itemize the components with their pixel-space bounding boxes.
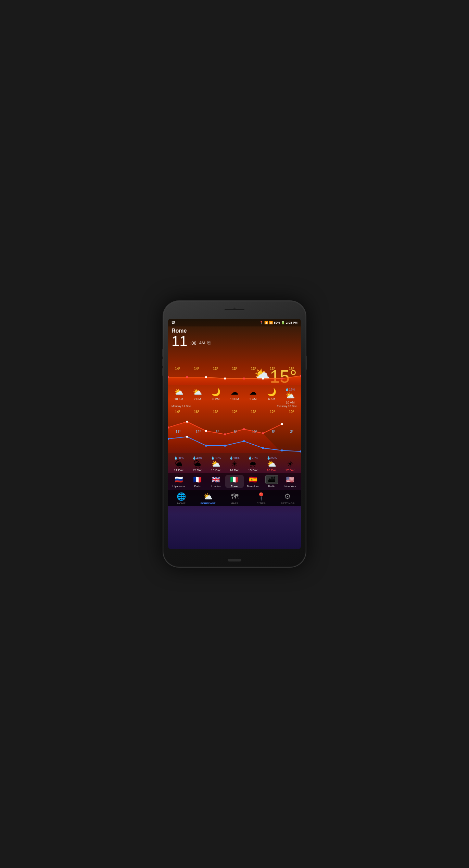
hourly-cell-4: ☁ 2 AM [244, 388, 262, 404]
hourly-icon-1: ⛅ [193, 388, 202, 397]
precipitation-row: 💧50% 🌦 11 Dec 💧40% 🌦 12 Dec 💧55% ⛅ 13 De… [168, 454, 301, 473]
svg-point-7 [281, 377, 283, 380]
hourly-icons-row: ⛅ 10 AM ⛅ 2 PM 🌙 6 PM ☁ 10 PM ☁ 2 AM [168, 386, 301, 404]
svg-point-11 [186, 421, 188, 423]
precip-cell-1: 💧40% 🌦 12 Dec [188, 456, 206, 472]
hourly-temp-2: 13° [213, 367, 218, 371]
svg-point-5 [243, 377, 245, 380]
day-labels: Monday 11 Dec. Tuesday 12 Dec. [168, 404, 301, 408]
hourly-temp-5: 13° [270, 367, 275, 371]
nav-home[interactable]: 🌐 HOME [169, 492, 193, 505]
home-button[interactable] [228, 559, 241, 561]
city-barcelona[interactable]: 🇪🇸 Barcelona [244, 475, 262, 488]
precip-icon-1: 🌦 [193, 460, 201, 469]
precip-icon-3: ☀ [231, 460, 238, 469]
precip-pct-0: 💧50% [174, 456, 184, 460]
current-ampm: AM [199, 341, 205, 345]
city-label-new-york: New York [284, 485, 296, 488]
precip-pct-5: 💧35% [267, 456, 277, 460]
hourly-time-1: 2 PM [194, 397, 201, 401]
precip-cell-4: 💧75% 🌧 15 Dec [244, 456, 262, 472]
svg-point-13 [224, 433, 226, 435]
city-new-york[interactable]: 🇺🇸 New York [281, 475, 300, 488]
hourly-time-2: 6 PM [212, 397, 219, 401]
svg-point-23 [281, 449, 283, 451]
city-label-rome: Rome [231, 485, 238, 488]
precip-date-0: 11 Dec [174, 469, 184, 472]
flag-berlin: 🏙 [265, 475, 278, 484]
power-button [306, 356, 307, 370]
nav-cities[interactable]: 📍 CITIES [249, 492, 273, 505]
precip-pct-4: 💧75% [248, 456, 258, 460]
precip-icon-6: ☀ [287, 460, 294, 469]
city-label-paris: Paris [194, 485, 200, 488]
daily-forecast-chart: 14° 16° 13° 12° 13° 12° 10° 11° 12° 6° 6… [168, 409, 301, 453]
city-label-berlin: Berlin [268, 485, 275, 488]
header: Rome 11 :08 AM ⎘ [168, 326, 301, 349]
svg-point-18 [186, 436, 188, 438]
hourly-icon-6: ⛅ [286, 391, 295, 400]
screen-content: 🖼 📍 📶 📶 89% 🔋 2:08 PM Rome 11 :08 AM [168, 319, 301, 549]
hourly-icon-0: ⛅ [174, 388, 183, 397]
location-icon: 📍 [259, 321, 263, 324]
city-rome[interactable]: 🇮🇹 Rome [225, 475, 244, 488]
hourly-cell-5: 🌙 6 AM [262, 388, 281, 404]
hourly-temp-4: 13° [251, 367, 256, 371]
home-icon: 🌐 [177, 492, 186, 501]
city-berlin[interactable]: 🏙 Berlin [263, 475, 281, 488]
nav-settings[interactable]: ⚙ SETTINGS [276, 492, 300, 505]
hourly-cell-2: 🌙 6 PM [207, 388, 225, 404]
status-right: 📍 📶 📶 89% 🔋 2:08 PM [259, 321, 297, 324]
svg-point-20 [224, 445, 226, 447]
hourly-icon-3: ☁ [231, 388, 238, 397]
status-time: 2:08 PM [286, 321, 297, 324]
precip-date-3: 14 Dec [230, 469, 240, 472]
image-icon: 🖼 [172, 321, 175, 324]
status-left: 🖼 [172, 321, 175, 324]
status-bar: 🖼 📍 📶 📶 89% 🔋 2:08 PM [168, 319, 301, 326]
battery-icon: 🔋 [281, 321, 285, 324]
forecast-icon: ⛅ [203, 492, 213, 501]
hourly-icon-4: ☁ [249, 388, 257, 397]
precip-date-4: 15 Dec [248, 469, 258, 472]
precip-pct-2: 💧55% [211, 456, 221, 460]
hourly-time-4: 2 AM [250, 397, 257, 401]
hourly-icon-2: 🌙 [211, 388, 220, 397]
svg-point-21 [243, 440, 245, 442]
precip-pct-6 [290, 456, 291, 460]
speaker [224, 309, 245, 311]
precip-pct-1: 💧40% [192, 456, 202, 460]
nav-maps[interactable]: 🗺 MAPS [223, 492, 246, 505]
time-row: 11 :08 AM ⎘ [172, 334, 297, 348]
maps-icon: 🗺 [231, 492, 238, 501]
phone-screen: 🖼 📍 📶 📶 89% 🔋 2:08 PM Rome 11 :08 AM [168, 319, 301, 549]
wifi-icon: 📶 [264, 321, 268, 324]
precip-pct-3: 💧10% [229, 456, 239, 460]
city-name: Rome [172, 328, 297, 334]
city-ulyanovsk[interactable]: 🇷🇺 Ulyanovsk [169, 475, 188, 488]
svg-point-12 [205, 430, 207, 432]
nav-settings-label: SETTINGS [281, 502, 294, 505]
city-label-london: London [211, 485, 220, 488]
volume-buttons [162, 349, 163, 376]
precip-cell-5: 💧35% ⛅ 16 Dec [262, 456, 281, 472]
share-icon[interactable]: ⎘ [207, 340, 210, 345]
city-label-barcelona: Barcelona [247, 485, 259, 488]
city-paris[interactable]: 🇫🇷 Paris [188, 475, 206, 488]
flag-rome: 🇮🇹 [228, 475, 241, 484]
precip-icon-5: ⛅ [267, 460, 276, 469]
hourly-time-3: 10 PM [230, 397, 239, 401]
precip-cell-2: 💧55% ⛅ 13 Dec [207, 456, 225, 472]
nav-forecast[interactable]: ⛅ FORECAST [196, 492, 220, 505]
svg-point-16 [281, 423, 283, 425]
cities-icon: 📍 [256, 492, 266, 501]
city-london[interactable]: 🇬🇧 London [207, 475, 225, 488]
phone-frame: 🖼 📍 📶 📶 89% 🔋 2:08 PM Rome 11 :08 AM [163, 300, 306, 568]
hourly-temp-chart-top: 14° 14° 13° 13° 13° 13° 15° [168, 366, 301, 386]
precip-icon-2: ⛅ [211, 460, 220, 469]
battery-pct: 89% [274, 321, 280, 324]
svg-point-6 [262, 377, 264, 380]
precip-cell-0: 💧50% 🌦 11 Dec [169, 456, 188, 472]
flag-london: 🇬🇧 [210, 475, 223, 484]
svg-point-14 [243, 428, 245, 430]
